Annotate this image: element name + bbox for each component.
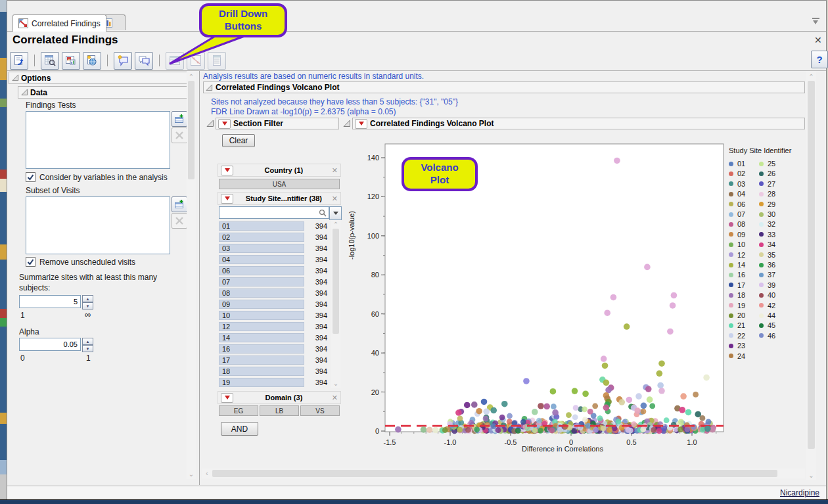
legend-entry[interactable]: 32 (759, 220, 775, 228)
add-note-button[interactable] (114, 52, 132, 70)
site-filter-row[interactable]: 09394 (219, 298, 329, 309)
legend-entry[interactable]: 19 (729, 302, 745, 309)
site-filter-row[interactable]: 06394 (219, 265, 329, 276)
legend-entry[interactable]: 27 (759, 180, 775, 188)
domain-chip-vs[interactable]: VS (300, 405, 340, 416)
data-header[interactable]: Data (18, 86, 189, 99)
web-report-button[interactable] (83, 52, 101, 70)
close-icon[interactable]: ✕ (332, 166, 338, 175)
site-filter-row[interactable]: 19394 (219, 377, 329, 388)
add-visits-button[interactable] (172, 196, 187, 212)
options-scrollbar[interactable]: ⌃ ⌄ (187, 72, 196, 479)
journal-button[interactable] (62, 52, 80, 70)
collapse-triangle-icon[interactable] (343, 120, 351, 127)
legend-entry[interactable]: 24 (729, 352, 745, 360)
legend-entry[interactable]: 45 (759, 321, 775, 329)
red-triangle-menu-icon[interactable] (218, 119, 231, 129)
red-triangle-menu-icon[interactable] (221, 194, 233, 204)
legend-entry[interactable]: 26 (759, 170, 775, 177)
site-search-dropdown[interactable] (329, 206, 342, 220)
tab-correlated-findings[interactable]: Correlated Findings (12, 14, 106, 32)
site-filter-row[interactable]: 17394 (219, 354, 329, 365)
country-filter-header[interactable]: Country (1) ✕ (218, 164, 341, 177)
legend-entry[interactable]: 42 (759, 302, 775, 309)
site-filter-header[interactable]: Study Site...ntifier (38) ✕ (218, 192, 341, 205)
remove-visits-button[interactable] (172, 213, 187, 229)
legend-entry[interactable]: 37 (759, 271, 775, 279)
close-icon[interactable]: ✕ (814, 35, 822, 45)
site-filter-row[interactable]: 10394 (219, 309, 329, 321)
legend-entry[interactable]: 22 (729, 332, 745, 340)
legend-entry[interactable]: 28 (759, 190, 775, 198)
legend-entry[interactable]: 40 (759, 291, 775, 299)
stepper-arrows[interactable]: ▲▼ (82, 295, 93, 309)
legend-entry[interactable]: 12 (729, 251, 745, 259)
site-list-scrollbar[interactable]: ⌃ ⌄ (331, 220, 340, 388)
legend-entry[interactable]: 21 (729, 321, 745, 329)
alpha-stepper[interactable]: ▲▼ (19, 338, 93, 352)
red-triangle-menu-icon[interactable] (221, 166, 233, 175)
study-link[interactable]: Nicardipine (780, 488, 819, 497)
summarize-stepper[interactable]: ▲▼ (19, 295, 93, 309)
legend-entry[interactable]: 25 (759, 160, 775, 168)
red-triangle-menu-icon[interactable] (221, 393, 233, 403)
legend-entry[interactable]: 01 (729, 160, 745, 168)
view-data-button[interactable] (41, 52, 59, 70)
site-filter-row[interactable]: 08394 (219, 287, 329, 298)
legend-entry[interactable]: 03 (729, 180, 745, 188)
legend-entry[interactable]: 14 (729, 261, 745, 269)
legend-entry[interactable]: 10 (729, 241, 745, 248)
legend-entry[interactable]: 34 (759, 241, 775, 248)
legend-entry[interactable]: 16 (729, 271, 745, 279)
close-icon[interactable]: ✕ (332, 394, 338, 402)
options-header[interactable]: Options (9, 72, 189, 84)
alpha-input[interactable] (19, 338, 81, 351)
add-findings-tests-button[interactable] (172, 111, 187, 127)
site-filter-row[interactable]: 07394 (219, 276, 329, 287)
legend-entry[interactable]: 09 (729, 231, 745, 239)
legend-entry[interactable]: 46 (759, 332, 775, 340)
domain-chip-lb[interactable]: LB (260, 405, 299, 416)
clear-button[interactable]: Clear (222, 134, 255, 147)
subset-of-visits-listbox[interactable] (26, 196, 170, 254)
legend-entry[interactable]: 18 (729, 291, 745, 299)
legend-entry[interactable]: 39 (759, 281, 775, 289)
consider-by-variables-checkbox[interactable]: Consider by variables in the analysis (26, 172, 168, 182)
export-report-button[interactable] (10, 52, 28, 70)
site-filter-row[interactable]: 18394 (219, 365, 329, 377)
legend-entry[interactable]: 29 (759, 200, 775, 208)
site-filter-row[interactable]: 04394 (219, 254, 329, 265)
volcano-plot-header[interactable]: Correlated Findings Volcano Plot (352, 118, 805, 129)
site-filter-row[interactable]: 16394 (219, 343, 329, 354)
remove-unscheduled-checkbox[interactable]: Remove unscheduled visits (26, 257, 135, 267)
volcano-section-header[interactable]: Correlated Findings Volcano Plot (203, 81, 805, 93)
collapse-triangle-icon[interactable] (206, 120, 214, 127)
legend-entry[interactable]: 33 (759, 231, 775, 239)
site-search-input[interactable] (219, 206, 329, 219)
legend-entry[interactable]: 23 (729, 342, 745, 350)
site-filter-row[interactable]: 12394 (219, 321, 329, 332)
legend-entry[interactable]: 02 (729, 170, 745, 177)
remove-findings-tests-button[interactable] (172, 127, 187, 143)
country-value-chip[interactable]: USA (219, 179, 340, 189)
site-filter-row[interactable]: 01394 (219, 220, 329, 231)
domain-chip-eg[interactable]: EG (219, 405, 258, 416)
site-filter-row[interactable]: 14394 (219, 332, 329, 343)
site-filter-row[interactable]: 03394 (219, 242, 329, 254)
legend-entry[interactable]: 17 (729, 281, 745, 289)
help-button[interactable]: ? (811, 51, 828, 68)
findings-tests-listbox[interactable] (26, 111, 170, 169)
vertical-scrollbar[interactable]: ⌃ ⌄ (806, 72, 816, 480)
legend-entry[interactable]: 44 (759, 311, 775, 319)
legend-entry[interactable]: 35 (759, 251, 775, 259)
section-filter-header[interactable]: Section Filter (216, 118, 339, 129)
legend-entry[interactable]: 07 (729, 210, 745, 218)
notes-button[interactable] (135, 52, 153, 70)
red-triangle-menu-icon[interactable] (355, 119, 367, 129)
legend-entry[interactable]: 30 (759, 210, 775, 218)
close-icon[interactable]: ✕ (332, 195, 338, 203)
site-filter-row[interactable]: 02394 (219, 231, 329, 242)
legend-entry[interactable]: 08 (729, 220, 745, 228)
legend-entry[interactable]: 36 (759, 261, 775, 269)
panel-splitter[interactable] (199, 71, 200, 485)
